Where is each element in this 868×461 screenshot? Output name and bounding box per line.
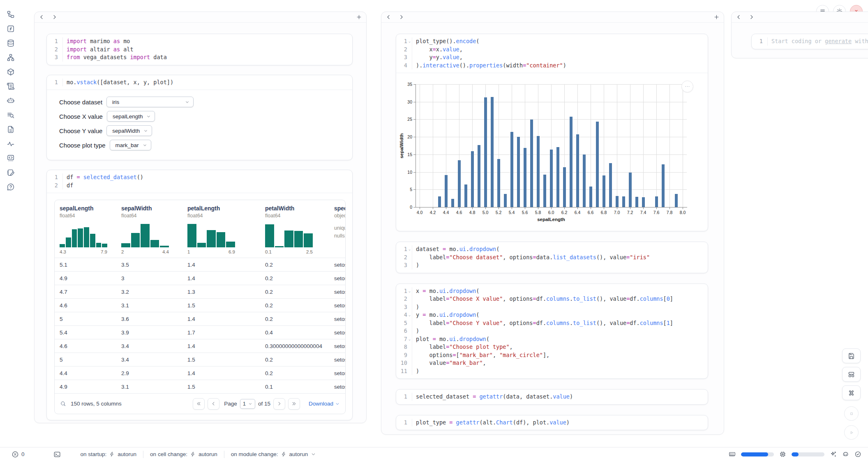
code-editor[interactable]: 1Start coding or generate with: [752, 34, 868, 49]
x-tick: [604, 207, 604, 209]
x-tick-label: 6.2: [558, 210, 570, 215]
choose-dataset-select[interactable]: iris: [106, 97, 194, 107]
table-cell: 5.4: [55, 330, 116, 336]
table-cell: 1.3: [182, 289, 260, 295]
code-lines[interactable]: Start coding or generate with: [767, 37, 868, 46]
code-editor[interactable]: 12df = selected_dataset()df: [47, 170, 352, 193]
histogram-bar: [304, 233, 313, 247]
histogram-bar: [226, 242, 235, 247]
plus-icon[interactable]: [713, 14, 720, 20]
column-type: object: [334, 213, 346, 219]
code-editor[interactable]: 1plot_type = getattr(alt.Chart(df), plot…: [396, 415, 708, 430]
histogram-bar: [187, 224, 196, 247]
code-lines[interactable]: mo.vstack([dataset, x, y, plot]): [62, 78, 352, 87]
chart-bar: [629, 173, 632, 207]
code-lines[interactable]: import marimo as moimport altair as altf…: [62, 37, 352, 62]
command-button[interactable]: [842, 385, 861, 400]
list-search-icon[interactable]: [7, 111, 15, 119]
search-icon[interactable]: [60, 401, 66, 407]
column-histogram: [265, 223, 313, 247]
activity-icon[interactable]: [7, 140, 15, 148]
save-button[interactable]: [842, 348, 861, 363]
code-square-icon[interactable]: [7, 154, 15, 162]
layout-grid-button[interactable]: [842, 367, 861, 382]
chevron-spacer: [407, 343, 412, 351]
next-page-button[interactable]: [273, 398, 285, 410]
download-button[interactable]: Download: [309, 401, 340, 407]
help-circle-icon[interactable]: [7, 183, 15, 191]
chevron-spacer: [407, 393, 412, 401]
notebook-pen-icon[interactable]: [7, 168, 15, 177]
choose-y-value-select[interactable]: sepalWidth: [106, 125, 152, 136]
divider: [224, 451, 224, 458]
y-tick: [413, 102, 416, 102]
code-lines[interactable]: plot_type().encode( x=x.value, y=y.value…: [412, 37, 708, 69]
histogram-bar: [66, 237, 71, 247]
first-page-button[interactable]: [193, 398, 205, 410]
x-gridline: [656, 84, 657, 207]
chart-menu-button[interactable]: [681, 81, 693, 92]
marimo-app: 123import marimo as moimport altair as a…: [0, 0, 868, 461]
package-icon[interactable]: [7, 68, 15, 76]
runtime-setting-1[interactable]: on cell change:autorun: [150, 451, 217, 457]
table-cell: 4.6: [55, 343, 116, 349]
function-square-icon[interactable]: [7, 25, 15, 33]
code-editor[interactable]: 123import marimo as moimport altair as a…: [47, 34, 352, 65]
file-tree-icon[interactable]: [7, 10, 15, 18]
choose-x-value-select[interactable]: sepalLength: [107, 111, 155, 122]
code-line: label="Choose Y value", options=df.colum…: [416, 319, 708, 327]
runtime-setting-2[interactable]: on module change:autorun: [231, 451, 317, 457]
sparkles-icon[interactable]: [830, 451, 837, 458]
code-lines[interactable]: df = selected_dataset()df: [62, 173, 352, 189]
x-tick: [512, 207, 512, 209]
chart-bar: [583, 154, 586, 207]
sitemap-icon[interactable]: [7, 53, 15, 62]
chevron-left-icon[interactable]: [386, 14, 392, 20]
page-select[interactable]: 1: [240, 399, 255, 409]
chevron-left-icon[interactable]: [736, 14, 742, 20]
file-text-icon[interactable]: [7, 125, 15, 134]
clock-check-icon[interactable]: [854, 451, 861, 458]
last-page-button[interactable]: [288, 398, 300, 410]
code-lines[interactable]: x = mo.ui.dropdown( label="Choose X valu…: [412, 287, 708, 376]
code-editor[interactable]: 1⌄23dataset = mo.ui.dropdown( label="Cho…: [396, 242, 708, 273]
code-line: plot_type = getattr(alt.Chart(df), plot.…: [416, 419, 708, 427]
collapse-chevron-icon: ⌄: [407, 37, 412, 46]
axis-min: 1: [187, 249, 190, 254]
line-number-gutter: 123: [47, 37, 62, 62]
chart-bar: [550, 150, 553, 207]
chevron-left-icon[interactable]: [39, 14, 45, 20]
code-editor[interactable]: 1⌄234plot_type().encode( x=x.value, y=y.…: [396, 34, 708, 73]
chevron-right-icon[interactable]: [51, 14, 58, 20]
chevron-right-icon[interactable]: [398, 14, 404, 20]
x-tick: [446, 207, 446, 209]
y-gridline: [416, 84, 687, 85]
error-indicator[interactable]: 0: [12, 451, 25, 458]
plus-icon[interactable]: [356, 14, 362, 20]
play-circle-button[interactable]: [844, 425, 859, 440]
cell-selected-dataset: 1selected_dataset = getattr(data, datase…: [396, 389, 708, 405]
code-editor[interactable]: 1mo.vstack([dataset, x, y, plot]): [47, 75, 352, 90]
chevron-right-icon[interactable]: [748, 14, 755, 20]
generate-link[interactable]: generate: [825, 38, 852, 44]
terminal-icon[interactable]: [53, 451, 61, 458]
copilot-icon[interactable]: [842, 451, 849, 458]
chart-bar: [596, 122, 599, 207]
stop-circle-button[interactable]: [844, 406, 859, 421]
chart-bar: [458, 160, 461, 207]
code-lines[interactable]: dataset = mo.ui.dropdown( label="Choose …: [412, 245, 708, 270]
bot-icon[interactable]: [7, 97, 15, 105]
previous-page-button[interactable]: [208, 398, 219, 410]
x-tick-label: 4.4: [440, 210, 452, 215]
database-icon[interactable]: [7, 39, 15, 47]
x-tick-label: 5.6: [519, 210, 531, 215]
code-lines[interactable]: plot_type = getattr(alt.Chart(df), plot.…: [412, 419, 708, 427]
floating-action-buttons: [842, 348, 861, 442]
code-lines[interactable]: selected_dataset = getattr(data, dataset…: [412, 393, 708, 401]
choose-plot-type-select[interactable]: mark_bar: [110, 140, 151, 150]
code-editor[interactable]: 1⌄234⌄567⌄891011x = mo.ui.dropdown( labe…: [396, 284, 708, 379]
scroll-text-icon[interactable]: [7, 82, 15, 90]
code-editor[interactable]: 1selected_dataset = getattr(data, datase…: [396, 390, 708, 404]
runtime-setting-0[interactable]: on startup:autorun: [81, 451, 137, 457]
chart-bar: [622, 196, 625, 207]
